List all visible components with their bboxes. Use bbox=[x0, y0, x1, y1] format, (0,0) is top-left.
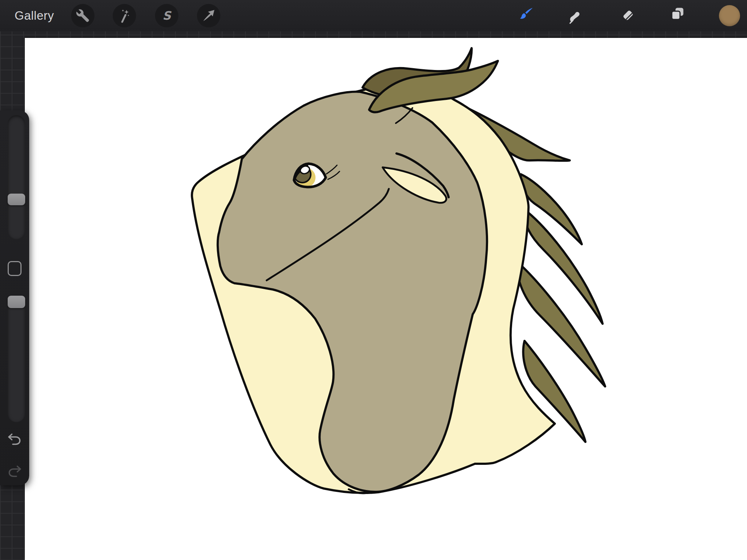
redo-button[interactable] bbox=[6, 463, 23, 480]
undo-button[interactable] bbox=[6, 431, 23, 448]
undo-icon bbox=[6, 431, 23, 448]
brush-size-slider[interactable] bbox=[8, 115, 25, 239]
layers-button[interactable] bbox=[669, 6, 688, 25]
adjustments-button[interactable] bbox=[113, 4, 136, 27]
svg-text:S: S bbox=[162, 9, 171, 23]
paint-tool-button[interactable] bbox=[516, 6, 535, 25]
sidebar-panel bbox=[0, 110, 29, 485]
top-toolbar: Gallery S bbox=[0, 0, 747, 31]
redo-icon bbox=[6, 463, 23, 480]
smudge-finger-icon bbox=[567, 6, 585, 24]
procreate-screen: Gallery S bbox=[0, 0, 747, 560]
gallery-button[interactable]: Gallery bbox=[15, 0, 54, 31]
magic-wand-icon bbox=[116, 8, 132, 24]
selection-button[interactable]: S bbox=[155, 4, 178, 27]
transform-arrow-icon bbox=[201, 8, 216, 23]
eraser-icon bbox=[619, 6, 637, 24]
eraser-tool-button[interactable] bbox=[619, 6, 638, 25]
smudge-tool-button[interactable] bbox=[567, 6, 586, 25]
brush-size-handle[interactable] bbox=[8, 194, 25, 205]
opacity-slider[interactable] bbox=[8, 296, 25, 422]
active-color-swatch[interactable] bbox=[719, 5, 740, 26]
horse-drawing bbox=[25, 38, 747, 560]
actions-button[interactable] bbox=[71, 4, 94, 27]
drawing-canvas[interactable] bbox=[25, 38, 747, 560]
modify-button[interactable] bbox=[8, 261, 22, 276]
layers-icon bbox=[670, 6, 688, 24]
opacity-handle[interactable] bbox=[8, 296, 25, 308]
selection-s-icon: S bbox=[159, 8, 175, 24]
wrench-icon bbox=[76, 8, 90, 23]
transform-button[interactable] bbox=[197, 4, 220, 27]
paint-brush-icon bbox=[516, 6, 535, 24]
